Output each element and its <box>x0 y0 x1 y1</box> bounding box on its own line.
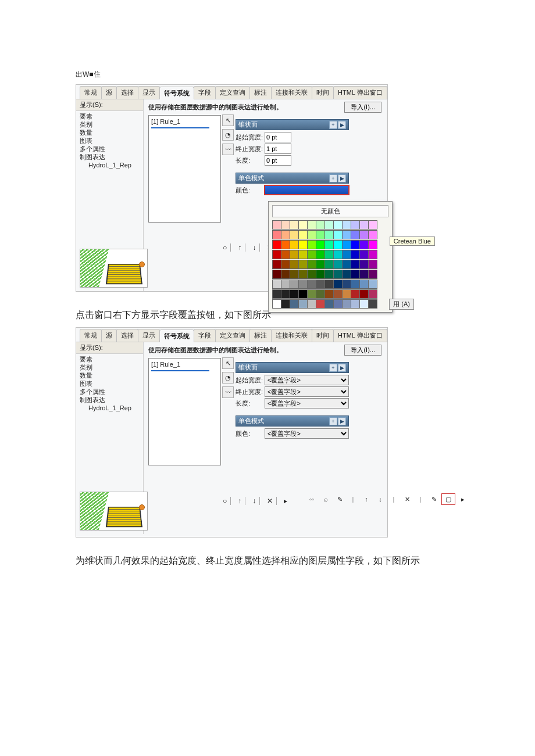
plus-icon[interactable]: + <box>329 121 337 129</box>
clip-icon-2[interactable]: ✎ <box>333 493 346 505</box>
color-cell[interactable] <box>359 289 369 299</box>
color-cell[interactable] <box>351 280 360 289</box>
color-cell[interactable] <box>307 299 316 309</box>
new-rule-icon[interactable]: ○ <box>219 243 231 252</box>
color-cell[interactable] <box>272 230 281 239</box>
color-cell[interactable] <box>307 280 316 289</box>
color-cell[interactable] <box>342 280 351 289</box>
color-cell[interactable] <box>368 299 377 309</box>
color-cell[interactable] <box>316 270 325 279</box>
plus-icon-4[interactable]: + <box>329 417 337 425</box>
color-cell[interactable] <box>359 299 369 309</box>
move-up-icon[interactable]: ↑ <box>234 243 245 252</box>
color-cell[interactable] <box>272 240 281 249</box>
color-cell[interactable] <box>368 289 377 299</box>
move-layer-down-icon[interactable]: ↓ <box>374 493 387 505</box>
tab-time-2[interactable]: 时间 <box>312 329 334 342</box>
color-cell[interactable] <box>298 270 308 279</box>
sidebar-item-representations-2[interactable]: 制图表达 <box>80 396 140 404</box>
sidebar-item-multiple-attrs[interactable]: 多个属性 <box>80 145 140 153</box>
color-cell[interactable] <box>316 299 325 309</box>
fill-tool-icon[interactable]: ◔ <box>222 129 234 141</box>
end-width-input[interactable] <box>265 144 291 154</box>
color-cell[interactable] <box>333 299 343 309</box>
color-cell[interactable] <box>342 289 351 299</box>
color-cell[interactable] <box>351 230 360 239</box>
fill-tool-icon-2[interactable]: ◔ <box>222 372 234 384</box>
color-cell[interactable] <box>316 260 325 269</box>
color-cell[interactable] <box>298 220 308 230</box>
color-cell[interactable] <box>359 270 369 279</box>
color-cell[interactable] <box>359 250 369 259</box>
palette-icon-2[interactable]: ◦◦ <box>305 493 318 505</box>
tab-definition-query-2[interactable]: 定义查询 <box>215 329 250 342</box>
color-cell[interactable] <box>290 289 299 299</box>
line-tool-icon[interactable]: 〰 <box>222 144 234 155</box>
color-cell[interactable] <box>298 280 308 289</box>
tab-fields-2[interactable]: 字段 <box>194 329 216 342</box>
arrow-icon[interactable]: ▶ <box>338 121 346 129</box>
move-down-icon-2[interactable]: ↓ <box>249 497 260 505</box>
color-cell[interactable] <box>342 220 351 230</box>
color-cell[interactable] <box>342 270 351 279</box>
color-cell[interactable] <box>351 260 360 269</box>
color-cell[interactable] <box>281 240 290 249</box>
color-cell[interactable] <box>368 230 377 239</box>
color-cell[interactable] <box>316 230 325 239</box>
rules-list-2[interactable]: [1] Rule_1 <box>148 358 221 465</box>
color-cell[interactable] <box>324 220 334 230</box>
color-cell[interactable] <box>359 280 369 289</box>
tab-labels-2[interactable]: 标注 <box>249 329 272 342</box>
length-select[interactable]: <覆盖字段> <box>265 398 349 409</box>
color-cell[interactable] <box>342 260 351 269</box>
sidebar-item-charts-2[interactable]: 图表 <box>80 379 140 388</box>
color-cell[interactable] <box>333 220 343 230</box>
length-input[interactable] <box>265 155 291 166</box>
color-cell[interactable] <box>316 289 325 299</box>
tab-joins[interactable]: 连接和关联 <box>271 86 312 99</box>
color-cell[interactable] <box>368 240 377 249</box>
tab-display[interactable]: 显示 <box>138 86 160 99</box>
start-width-select[interactable]: <覆盖字段> <box>265 375 349 385</box>
tab-definition-query[interactable]: 定义查询 <box>215 86 250 99</box>
color-swatch[interactable] <box>265 185 349 195</box>
color-cell[interactable] <box>351 270 360 279</box>
marker-tool-icon[interactable]: ✎ <box>427 493 440 505</box>
color-cell[interactable] <box>290 230 299 239</box>
tab-symbology[interactable]: 符号系统 <box>159 87 194 99</box>
sidebar-item-categories[interactable]: 类别 <box>80 120 140 128</box>
move-up-icon-2[interactable]: ↑ <box>234 497 245 505</box>
color-cell[interactable] <box>298 299 308 309</box>
color-cell[interactable] <box>351 220 360 230</box>
start-width-input[interactable] <box>265 132 291 142</box>
sidebar-item-representations[interactable]: 制图表达 <box>80 153 140 161</box>
tab-display-2[interactable]: 显示 <box>138 329 160 342</box>
color-cell[interactable] <box>298 240 308 249</box>
color-cell[interactable] <box>351 250 360 259</box>
color-cell[interactable] <box>307 240 316 249</box>
color-cell[interactable] <box>333 260 343 269</box>
arrow-tool-icon-2[interactable]: ↖ <box>222 357 234 369</box>
arrow-tool-icon[interactable]: ↖ <box>222 114 234 126</box>
color-cell[interactable] <box>359 260 369 269</box>
color-cell[interactable] <box>351 299 360 309</box>
rules-list[interactable]: [1] Rule_1 <box>148 115 221 223</box>
tab-joins-2[interactable]: 连接和关联 <box>271 329 312 342</box>
color-cell[interactable] <box>281 299 290 309</box>
move-down-icon[interactable]: ↓ <box>249 243 260 252</box>
end-width-select[interactable]: <覆盖字段> <box>265 386 349 397</box>
no-color-button[interactable]: 无颜色 <box>272 205 388 217</box>
color-cell[interactable] <box>333 250 343 259</box>
color-cell[interactable] <box>281 260 290 269</box>
color-cell[interactable] <box>281 220 290 230</box>
color-palette[interactable] <box>272 220 388 309</box>
color-cell[interactable] <box>298 289 308 299</box>
sidebar-item-features[interactable]: 要素 <box>80 112 140 120</box>
tab-labels[interactable]: 标注 <box>249 86 272 99</box>
color-cell[interactable] <box>324 240 334 249</box>
sidebar-item-quantities-2[interactable]: 数量 <box>80 371 140 379</box>
color-cell[interactable] <box>351 289 360 299</box>
color-cell[interactable] <box>368 220 377 230</box>
color-cell[interactable] <box>324 270 334 279</box>
color-cell[interactable] <box>333 230 343 239</box>
